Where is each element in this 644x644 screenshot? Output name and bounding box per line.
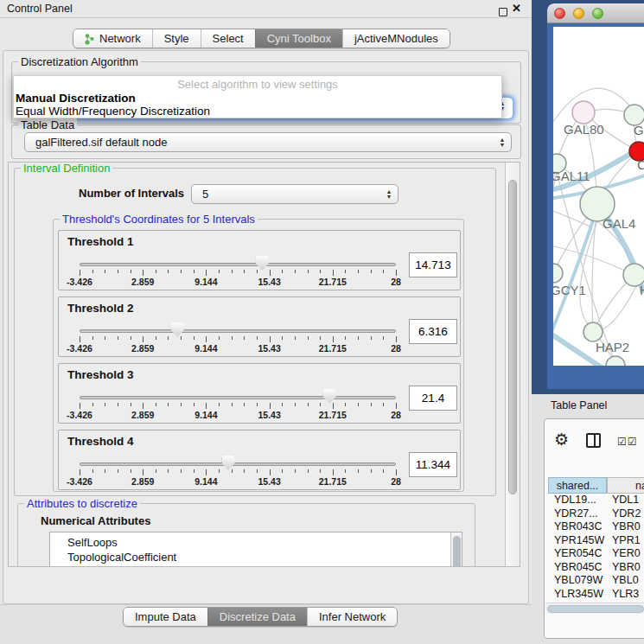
- network-graph[interactable]: GAL80GCGAL11GAL4GCY1HHAP2: [553, 27, 644, 366]
- edge-curve[interactable]: [553, 245, 627, 271]
- node-HAP2[interactable]: [583, 322, 603, 341]
- tab-style[interactable]: Style: [152, 29, 201, 48]
- cell-name[interactable]: YER0: [607, 547, 644, 561]
- table-horizontal-scrollbar-thumb[interactable]: [547, 605, 644, 613]
- table-row[interactable]: YBR043CYBR0: [548, 520, 644, 534]
- group-title-thresholds: Threshold's Coordinates for 5 Intervals: [60, 213, 258, 226]
- table-row[interactable]: YBR045CYBR0: [548, 561, 644, 575]
- attributes-scrollbar-thumb[interactable]: [453, 536, 461, 567]
- combo-stepper-icon: ▲▼: [495, 137, 511, 147]
- table-row[interactable]: YDR27...YDR2: [548, 507, 644, 521]
- tab-impute-data[interactable]: Impute Data: [124, 608, 207, 626]
- node-label-GAL11: GAL11: [553, 169, 590, 183]
- slider-tick-labels: -3.4262.8599.14415.4321.71528: [80, 476, 396, 488]
- cell-name[interactable]: YDR2: [607, 507, 644, 521]
- table-row[interactable]: YER054CYER0: [548, 547, 644, 561]
- threshold-value-field[interactable]: 11.344: [409, 452, 457, 477]
- algorithm-popup-hint: Select algorithm to view settings: [14, 78, 501, 91]
- node-GAL80[interactable]: [572, 101, 595, 124]
- cell-name[interactable]: YBR0: [607, 561, 644, 575]
- cell-name[interactable]: YLR3: [607, 588, 644, 602]
- minimize-traffic-light[interactable]: [573, 8, 584, 19]
- tab-cyni-toolbox[interactable]: Cyni Toolbox: [255, 29, 342, 48]
- table-panel-section: Table Panel ⚙ ☑☑ shared... na YDL19...YD…: [532, 394, 644, 644]
- slider-track[interactable]: [80, 462, 396, 466]
- cell-shared-name[interactable]: YDR27...: [548, 507, 607, 521]
- threshold-panel-4: Threshold 4-3.4262.8599.14415.4321.71528…: [58, 430, 461, 490]
- group-title-attributes: Attributes to discretize: [24, 497, 140, 510]
- table-data-combo[interactable]: galFiltered.sif default node ▲▼: [24, 132, 512, 152]
- split-columns-icon[interactable]: [586, 433, 601, 448]
- gear-icon[interactable]: ⚙: [554, 430, 569, 450]
- cell-name[interactable]: YPR1: [607, 534, 644, 548]
- cell-shared-name[interactable]: YER054C: [548, 547, 607, 561]
- slider-tick-labels: -3.4262.8599.14415.4321.71528: [80, 277, 396, 288]
- select-columns-icon[interactable]: ☑☑: [617, 436, 638, 448]
- attribute-item-selfloops[interactable]: SelfLoops: [50, 535, 462, 550]
- tab-label: Network: [99, 32, 141, 45]
- interval-definition-group: Interval Definition Number of Intervals …: [14, 168, 496, 496]
- node-label-C: C: [637, 157, 644, 172]
- column-header-name[interactable]: na: [607, 477, 644, 494]
- close-traffic-light[interactable]: [554, 8, 565, 19]
- slider-thumb[interactable]: [222, 456, 235, 470]
- cell-shared-name[interactable]: YBL079W: [548, 574, 607, 588]
- slider-track[interactable]: [80, 329, 396, 333]
- cell-shared-name[interactable]: YDL19...: [548, 494, 607, 507]
- attributes-group: Attributes to discretize Numerical Attri…: [17, 503, 475, 567]
- table-row[interactable]: YDL19...YDL1: [548, 494, 644, 507]
- tab-label: Discretize Data: [220, 610, 296, 623]
- combo-stepper-icon: ▲▼: [382, 189, 398, 199]
- node-label-H: H: [640, 283, 644, 297]
- node-GCY1[interactable]: [553, 264, 563, 283]
- threshold-label: Threshold 4: [67, 435, 134, 448]
- tab-jactivemnodules[interactable]: jActiveMNodules: [342, 29, 450, 48]
- cell-name[interactable]: YDL1: [607, 494, 644, 507]
- table-row[interactable]: YBL079WYBL0: [548, 574, 644, 588]
- network-window-titlebar[interactable]: [547, 3, 644, 23]
- vertical-scrollbar-thumb[interactable]: [508, 180, 517, 494]
- threshold-value-field[interactable]: 6.316: [409, 319, 457, 344]
- table-header-row: shared... na: [548, 477, 644, 494]
- attribute-item-topologicalcoefficient[interactable]: TopologicalCoefficient: [50, 550, 462, 564]
- tab-infer-network[interactable]: Infer Network: [307, 608, 397, 626]
- algorithm-option-equal-width[interactable]: Equal Width/Frequency Discretization: [16, 105, 210, 118]
- table-horizontal-scrollbar[interactable]: [545, 603, 644, 614]
- numerical-attributes-label: Numerical Attributes: [41, 514, 150, 527]
- node-n9[interactable]: [606, 356, 625, 366]
- table-rows: YDL19...YDL1YDR27...YDR2YBR043CYBR0YPR14…: [548, 494, 644, 615]
- slider-tick-labels: -3.4262.8599.14415.4321.71528: [80, 343, 396, 354]
- zoom-traffic-light[interactable]: [592, 8, 603, 19]
- close-icon[interactable]: ✕: [512, 2, 521, 15]
- cell-shared-name[interactable]: YLR345W: [548, 588, 607, 602]
- slider-thumb[interactable]: [256, 256, 269, 271]
- slider-track[interactable]: [80, 396, 396, 399]
- algorithm-option-manual[interactable]: Manual Discretization: [16, 92, 136, 105]
- vertical-scrollbar[interactable]: [505, 163, 520, 566]
- float-window-icon[interactable]: [499, 8, 507, 16]
- node-label-GAL80: GAL80: [564, 122, 604, 137]
- numerical-attributes-list[interactable]: SelfLoopsTopologicalCoefficientBetweenne…: [49, 532, 462, 567]
- number-of-intervals-combo[interactable]: 5 ▲▼: [191, 184, 399, 204]
- tab-select[interactable]: Select: [201, 29, 255, 48]
- slider-thumb[interactable]: [171, 322, 184, 337]
- tab-label: Style: [164, 32, 189, 45]
- slider-thumb[interactable]: [323, 389, 336, 404]
- cell-shared-name[interactable]: YBR045C: [548, 561, 607, 575]
- tab-network[interactable]: Network: [73, 29, 152, 48]
- tab-discretize-data[interactable]: Discretize Data: [207, 608, 307, 626]
- cell-name[interactable]: YBL0: [607, 574, 644, 588]
- slider-track[interactable]: [80, 263, 396, 266]
- threshold-value-field[interactable]: 21.4: [409, 386, 457, 411]
- cell-shared-name[interactable]: YBR043C: [548, 520, 607, 534]
- table-row[interactable]: YPR145WYPR1: [548, 534, 644, 548]
- cell-shared-name[interactable]: YPR145W: [548, 534, 607, 548]
- group-title-algorithm: Discretization Algorithm: [18, 55, 141, 68]
- table-row[interactable]: YLR345WYLR3: [548, 588, 644, 602]
- attribute-item-betweennesscentrality[interactable]: BetweennessCentrality: [50, 564, 462, 567]
- network-canvas[interactable]: GAL80GCGAL11GAL4GCY1HHAP2: [553, 27, 644, 366]
- threshold-value-field[interactable]: 14.713: [409, 252, 457, 277]
- attributes-scrollbar[interactable]: [450, 532, 462, 567]
- column-header-shared[interactable]: shared...: [548, 477, 607, 494]
- cell-name[interactable]: YBR0: [607, 520, 644, 534]
